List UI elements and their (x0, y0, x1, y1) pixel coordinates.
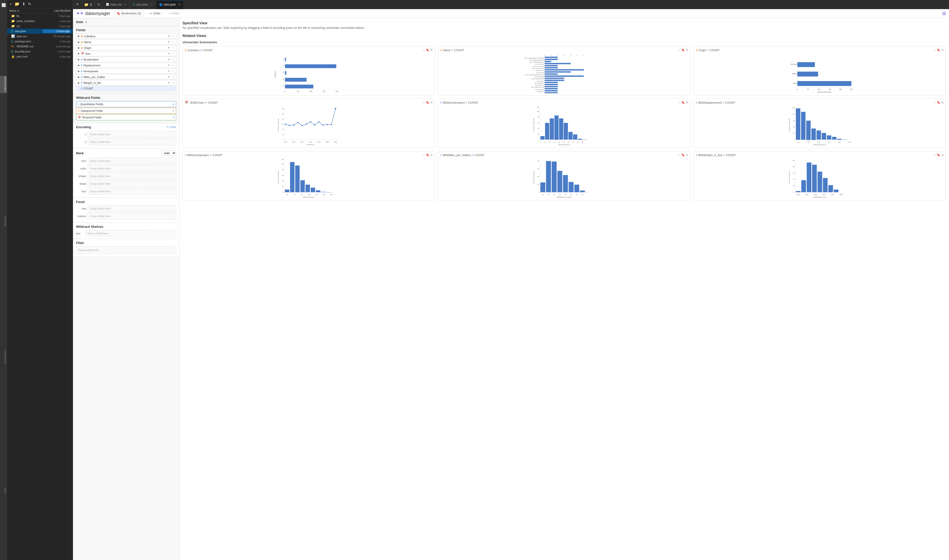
field-item-year[interactable]: ▶ 📅 Year ▼ + (76, 51, 176, 56)
field-sort-weight[interactable]: ▼ (167, 81, 171, 85)
chart-action-bookmark-hp[interactable]: 🔖 (426, 153, 429, 157)
mark-select[interactable]: auto bar line point area (162, 151, 176, 155)
tab-refresh-button[interactable]: ↻ (95, 0, 103, 9)
file-item-package-json[interactable]: {} package.json a day ago (7, 39, 73, 44)
field-add-mpg[interactable]: + (171, 75, 174, 78)
wf-add-cat[interactable]: + (173, 109, 174, 113)
wf-add-temporal[interactable]: + (173, 115, 174, 119)
tab-cars-json-2[interactable]: 🔵 cars.json × (156, 0, 184, 9)
field-item-name[interactable]: ▶ A Name ▼ + (76, 39, 176, 45)
file-item-cars-json[interactable]: {} cars.json 2 hours ago (7, 29, 73, 34)
chart-action-expand-year[interactable]: ⤢ (422, 101, 425, 104)
chart-action-bookmark-origin[interactable]: 🔖 (937, 48, 940, 52)
field-add-name[interactable]: + (171, 40, 174, 43)
field-sort-horsepower[interactable]: ▼ (167, 69, 171, 73)
field-add-displacement[interactable]: + (171, 64, 174, 67)
field-add-cylinders[interactable]: + (171, 34, 174, 38)
chart-action-bookmark-cyl[interactable]: 🔖 (426, 48, 429, 52)
chart-action-expand-disp[interactable]: ⤢ (934, 101, 936, 104)
activity-icon-files[interactable]: ⬜ (0, 2, 6, 8)
chart-action-bookmark-name[interactable]: 🔖 (681, 48, 685, 52)
field-add-year[interactable]: + (171, 52, 174, 55)
field-item-weight[interactable]: ▶ # Weight_in_lbs ▼ + (76, 80, 176, 85)
dv-undo-button[interactable]: ↩ Undo (148, 11, 162, 16)
chart-action-bookmark-acc[interactable]: 🔖 (681, 101, 685, 104)
chart-action-bookmark-weight[interactable]: 🔖 (937, 153, 940, 157)
encoding-drop-y[interactable]: Drop a field here (88, 138, 176, 145)
encoding-clear-button[interactable]: ✎ Clear (166, 125, 176, 129)
new-tab-button[interactable]: + (73, 0, 82, 9)
dv-grid-button[interactable]: ⊞ (942, 11, 946, 16)
expand-icon-mpg[interactable]: ▶ (78, 75, 80, 78)
activity-section-commands[interactable]: Commands (0, 349, 7, 365)
download-button[interactable]: ⬇ (22, 1, 26, 7)
encoding-drop-x[interactable]: Drop a field here (88, 131, 176, 138)
expand-icon-displacement[interactable]: ▶ (78, 64, 80, 67)
chart-action-expand-name[interactable]: ⤢ (678, 48, 680, 52)
file-item-node-modules[interactable]: 📁 node_modules a day ago (7, 18, 73, 23)
field-sort-year[interactable]: ▼ (167, 52, 171, 55)
chart-action-bookmark-mpg[interactable]: 🔖 (681, 153, 685, 157)
file-item-src[interactable]: 📁 src 2 days ago (7, 23, 73, 29)
data-hamburger-icon[interactable]: ≡ (85, 20, 87, 24)
expand-icon-name[interactable]: ▶ (78, 40, 80, 43)
field-item-origin[interactable]: ▶ A Origin ▼ + (76, 45, 176, 51)
refresh-button[interactable]: ↻ (28, 1, 32, 7)
tab-close-data-csv[interactable]: × (125, 3, 126, 6)
chart-action-expand-cyl[interactable]: ⤢ (422, 48, 425, 52)
tab-close-cars-1[interactable]: × (151, 3, 153, 6)
chart-action-add-year[interactable]: ⊞ (430, 101, 433, 104)
file-item-data-csv[interactable]: 📊 data.csv 33 minutes ago (7, 34, 73, 39)
encoding-drop-column[interactable]: Drop a field here (88, 213, 176, 220)
chart-action-add-acc[interactable]: ⊞ (686, 101, 688, 104)
field-sort-acceleration[interactable]: ▼ (167, 58, 171, 61)
chart-action-add-cyl[interactable]: ⊞ (430, 48, 433, 52)
chart-action-bookmark-year[interactable]: 🔖 (426, 101, 429, 104)
field-sort-origin[interactable]: ▼ (167, 46, 171, 49)
field-add-weight[interactable]: + (171, 81, 174, 85)
chart-action-add-origin[interactable]: ⊞ (941, 48, 944, 52)
field-item-mpg[interactable]: ▶ # Miles_per_Gallon ▼ + (76, 74, 176, 80)
field-item-count[interactable]: ▶ # COUNT (76, 86, 176, 91)
chart-action-expand-weight[interactable]: ⤢ (934, 153, 936, 157)
chart-action-add-weight[interactable]: ⊞ (941, 153, 944, 157)
encoding-drop-color[interactable]: Drop a field here (88, 165, 176, 172)
tab-close-cars-2[interactable]: × (179, 3, 180, 6)
expand-icon-cylinders[interactable]: ▶ (78, 35, 80, 37)
file-item-tsconfig[interactable]: {} tsconfig.json 2 hours ago (7, 49, 73, 54)
chart-action-add-name[interactable]: ⊞ (686, 48, 688, 52)
encoding-drop-shape[interactable]: Drop a field here (88, 173, 176, 179)
chart-action-expand-mpg[interactable]: ⤢ (678, 153, 680, 157)
new-folder-button[interactable]: 📁 (14, 1, 20, 7)
expand-icon-origin[interactable]: ▶ (78, 46, 80, 49)
encoding-drop-text[interactable]: Drop a field here (88, 188, 176, 195)
tab-data-csv[interactable]: 📊 data.csv × (103, 0, 130, 9)
filter-drop[interactable]: Drop a field here (76, 246, 176, 254)
encoding-drop-detail[interactable]: Drop a field here (88, 180, 176, 187)
activity-section-tabs[interactable]: Tabs (0, 486, 7, 494)
chart-action-expand-origin[interactable]: ⤢ (934, 48, 936, 52)
ws-drop-any[interactable]: Drop a field here (85, 230, 176, 237)
new-file-button[interactable]: + (9, 1, 12, 7)
expand-icon-year[interactable]: ▶ (78, 52, 80, 55)
chart-action-add-hp[interactable]: ⊞ (430, 153, 433, 157)
field-item-horsepower[interactable]: ▶ # Horsepower ▼ + (76, 68, 176, 74)
activity-section-running[interactable]: Running (0, 215, 7, 227)
tab-cars-json-1[interactable]: {} cars.json × (130, 0, 156, 9)
field-sort-displacement[interactable]: ▼ (167, 64, 171, 67)
expand-icon-weight[interactable]: ▶ (78, 82, 80, 84)
dv-bookmarks-button[interactable]: 🔖 Bookmarks (0) (114, 11, 143, 16)
file-item-yarn-lock[interactable]: 🔒 yarn.lock a day ago (7, 54, 73, 59)
chart-action-bookmark-disp[interactable]: 🔖 (937, 101, 940, 104)
field-item-cylinders[interactable]: ▶ A Cylinders ▼ + (76, 34, 176, 39)
chart-action-expand-hp[interactable]: ⤢ (422, 153, 425, 157)
expand-icon-acceleration[interactable]: ▶ (78, 58, 80, 61)
encoding-drop-size[interactable]: Drop a field here (88, 158, 176, 164)
wildcard-item-categorical[interactable]: A Categorical Fields + (76, 108, 176, 114)
chart-action-add-mpg[interactable]: ⊞ (686, 153, 688, 157)
wf-add-quant[interactable]: + (173, 102, 174, 106)
field-item-displacement[interactable]: ▶ # Displacement ▼ + (76, 63, 176, 68)
chart-action-add-disp[interactable]: ⊞ (941, 101, 944, 104)
wildcard-item-quantitative[interactable]: # Quantitative Fields + (76, 101, 176, 107)
encoding-drop-row[interactable]: Drop a field here (88, 205, 176, 212)
